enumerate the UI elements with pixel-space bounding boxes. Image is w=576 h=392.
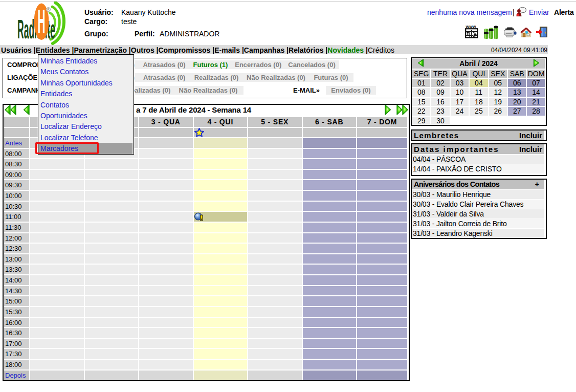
- svg-text:R: R: [47, 8, 50, 11]
- svg-text:H: H: [38, 3, 46, 40]
